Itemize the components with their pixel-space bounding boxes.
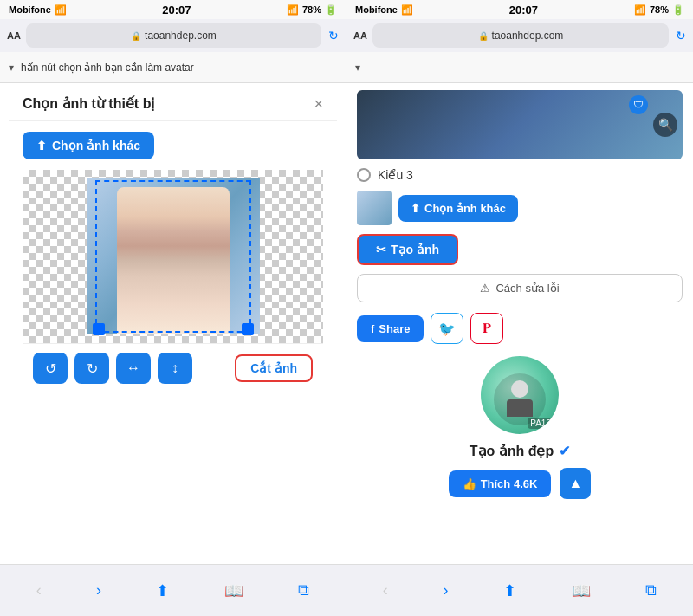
right-like-icon: 👍 [463,477,476,490]
left-time: 20:07 [162,3,191,16]
right-like-row: 👍 Thích 4.6K ▲ [357,468,683,499]
left-signal-icon: 📶 [287,4,299,16]
left-lock-icon: 🔒 [131,31,141,41]
left-choose-btn-label: Chọn ảnh khác [52,139,140,152]
right-status-right: 📶 78% 🔋 [634,4,684,16]
right-fb-icon: f [371,322,374,335]
right-status-bar: Mobifone 📶 20:07 📶 78% 🔋 [346,0,693,19]
left-browser-bar: AA 🔒 taoanhdep.com ↻ [0,19,346,52]
right-share-row: f Share 🐦 𝐏 [357,313,683,344]
right-brand-name-text: Tạo ảnh đẹp [470,443,554,459]
right-preview-zoom-badge[interactable]: 🔍 [653,113,677,137]
right-content: 🛡 🔍 Kiểu 3 ⬆ Chọn ảnh khác ✂ Tạo ản [346,83,693,616]
right-thumbnail [357,191,392,225]
left-cropper-area[interactable] [23,170,323,343]
left-undo-button[interactable]: ↺ [33,353,68,384]
right-avatar-preview: PA12 [481,356,559,434]
left-share-button[interactable]: ⬆ [149,574,176,607]
right-twitter-icon: 🐦 [438,321,456,337]
right-url-bar[interactable]: 🔒 taoanhdep.com [372,23,669,48]
right-dropdown-bar[interactable]: ▾ [346,52,693,83]
right-radio-label: Kiểu 3 [378,168,413,182]
right-lock-icon: 🔒 [478,31,489,41]
left-dropdown-bar[interactable]: ▾ hấn nút chọn ảnh bạn cần làm avatar [0,52,346,83]
right-like-label: Thích 4.6K [481,477,538,490]
left-status-left: Mobifone 📶 [9,4,67,16]
right-tao-anh-button[interactable]: ✂ Tạo ảnh [357,234,458,265]
right-bookmarks-button[interactable]: 📖 [565,574,598,607]
right-upload-icon: ⬆ [411,202,420,215]
right-cach-sua-label: Cách sửa lỗi [495,282,559,295]
left-refresh-icon[interactable]: ↻ [328,29,339,42]
right-cach-sua-button[interactable]: ⚠ Cách sửa lỗi [357,274,683,302]
right-preview-shield-icon: 🛡 [629,95,648,114]
left-modal-body: ⬆ Chọn ảnh khác [9,121,337,403]
left-dropdown-text: hấn nút chọn ảnh bạn cần làm avatar [21,62,194,74]
right-tabs-button[interactable]: ⧉ [638,574,664,606]
left-crop-handle-bl[interactable] [93,323,105,335]
left-choose-image-button[interactable]: ⬆ Chọn ảnh khác [23,132,154,159]
right-aa-text[interactable]: AA [353,30,367,41]
left-carrier: Mobifone [9,4,51,15]
left-url-bar[interactable]: 🔒 taoanhdep.com [26,23,321,48]
left-modal-header: Chọn ảnh từ thiết bị × [9,83,337,121]
left-modal-close-button[interactable]: × [314,96,323,112]
right-wifi-icon: 📶 [401,4,413,16]
right-status-left: Mobifone 📶 [355,4,413,16]
right-scroll-top-button[interactable]: ▲ [560,468,591,499]
left-bookmarks-button[interactable]: 📖 [217,574,250,607]
right-tao-anh-icon: ✂ [376,243,386,256]
left-crop-selection-box[interactable] [95,180,251,333]
right-share-button[interactable]: ⬆ [496,574,523,607]
right-verified-icon: ✔ [559,443,570,459]
right-share-facebook-button[interactable]: f Share [357,315,424,342]
right-choose-btn-label: Chọn ảnh khác [424,202,506,215]
left-upload-icon: ⬆ [36,139,47,152]
right-share-label: Share [379,322,410,335]
left-redo-button[interactable]: ↻ [74,353,109,384]
left-tabs-button[interactable]: ⧉ [291,574,316,606]
left-aa-text[interactable]: AA [7,30,21,41]
right-share-twitter-button[interactable]: 🐦 [431,313,463,344]
right-url-text: taoanhdep.com [492,29,564,42]
right-battery: 78% [650,4,669,15]
left-nav-bar: ‹ › ⬆ 📖 ⧉ [0,564,346,616]
left-status-bar: Mobifone 📶 20:07 📶 78% 🔋 [0,0,346,19]
left-cat-anh-button[interactable]: Cắt ảnh [235,354,313,382]
right-preview-image: 🛡 🔍 [357,90,683,159]
right-radio-circle[interactable] [357,168,371,182]
right-forward-button[interactable]: › [436,574,455,606]
right-avatar-date-label: PA12 [528,418,554,429]
left-forward-button[interactable]: › [89,574,108,606]
right-time: 20:07 [509,3,538,16]
right-choose-image-button[interactable]: ⬆ Chọn ảnh khác [398,195,518,222]
right-dropdown-arrow: ▾ [355,62,360,74]
left-modal: Chọn ảnh từ thiết bị × ⬆ Chọn ảnh khác [9,83,337,403]
right-browser-bar: AA 🔒 taoanhdep.com ↻ [346,19,693,52]
left-modal-title: Chọn ảnh từ thiết bị [23,95,154,112]
left-modal-toolbar: ↺ ↻ ↔ ↕ Cắt ảnh [23,343,323,392]
left-flip-horizontal-button[interactable]: ↔ [116,353,151,384]
right-warning-icon: ⚠ [480,282,490,295]
left-crop-image-container [87,178,260,334]
left-status-right: 📶 78% 🔋 [287,4,337,16]
left-dropdown-arrow: ▾ [9,62,14,74]
right-battery-icon: 🔋 [672,4,684,16]
left-phone: Mobifone 📶 20:07 📶 78% 🔋 AA 🔒 taoanhdep.… [0,0,346,616]
right-radio-option[interactable]: Kiểu 3 [357,168,683,182]
right-carrier: Mobifone [355,4,398,15]
right-refresh-icon[interactable]: ↻ [676,29,686,42]
left-back-button[interactable]: ‹ [29,574,49,606]
left-flip-vertical-button[interactable]: ↕ [158,353,192,384]
left-battery: 78% [302,4,321,15]
right-share-pinterest-button[interactable]: 𝐏 [470,313,503,344]
right-nav-bar: ‹ › ⬆ 📖 ⧉ [346,564,693,616]
right-pinterest-icon: 𝐏 [483,321,491,336]
right-brand-section: Tạo ảnh đẹp ✔ [357,443,683,459]
left-crop-handle-br[interactable] [242,323,254,335]
right-back-button[interactable]: ‹ [376,574,395,606]
right-phone: Mobifone 📶 20:07 📶 78% 🔋 AA 🔒 taoanhdep.… [346,0,693,616]
right-like-button[interactable]: 👍 Thích 4.6K [449,470,552,497]
right-brand-name: Tạo ảnh đẹp ✔ [357,443,683,459]
right-signal-icon: 📶 [634,4,646,16]
